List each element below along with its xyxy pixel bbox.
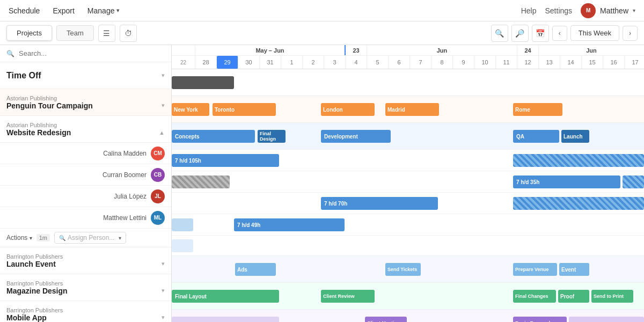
julia-grid-row: 7 h/d 70h <box>172 193 644 214</box>
date-10: 10 <box>474 56 496 69</box>
date-12: 12 <box>517 56 539 69</box>
date-header: May – Jun 23 Jun 24 Jun 22 28 29 30 31 1 <box>172 45 644 69</box>
date-7: 7 <box>410 56 431 69</box>
zoom-out-icon[interactable]: 🔎 <box>511 25 529 42</box>
avatar-calina: CM <box>151 147 165 160</box>
bar-launch: Launch <box>561 130 589 143</box>
date-31: 31 <box>260 56 281 69</box>
date-29-today: 29 <box>217 56 238 69</box>
week24-label: 24 <box>517 45 539 55</box>
bar-client-review: Client Review <box>321 290 375 303</box>
toolbar-right: 🔍 🔎 📅 ‹ This Week › <box>491 25 638 42</box>
date-30: 30 <box>238 56 260 69</box>
mag-name: Magazine Design <box>6 287 68 295</box>
avatar-julia: JL <box>151 189 165 203</box>
date-22: 22 <box>172 56 195 69</box>
user-menu[interactable]: M Matthew ▾ <box>581 3 635 18</box>
sidebar-website: Astorian Publishing Website Redesign ▲ <box>0 116 171 143</box>
chevron-down-icon: ▾ <box>116 7 120 14</box>
bar-final-layout: Final Layout <box>172 290 279 303</box>
bar-toronto: Toronto <box>213 103 276 116</box>
date-11: 11 <box>496 56 517 69</box>
collapse-time-off[interactable]: ▾ <box>162 72 165 79</box>
penguin-name: Penguin Tour Campaign <box>6 101 93 110</box>
mag-company: Barrington Publishers <box>6 280 165 287</box>
duration-badge: 1m <box>36 234 50 241</box>
nav-schedule[interactable]: Schedule <box>9 6 40 15</box>
matthew-l-grid-row: 7 h/d 49h <box>172 214 644 236</box>
filter-icon[interactable]: ☰ <box>98 25 115 42</box>
bar-new-york: New York <box>172 103 209 116</box>
website-name: Website Redesign <box>6 128 71 137</box>
date-5: 5 <box>367 56 389 69</box>
collapse-launch[interactable]: ▾ <box>162 260 165 267</box>
nav-manage[interactable]: Manage ▾ <box>87 6 120 15</box>
bar-calina-1: 7 h/d 105h <box>172 154 279 167</box>
person-julia: Julia López JL <box>0 186 171 207</box>
launch-grid-row: Ads Send Tickets Prepare Venue Event <box>172 256 644 283</box>
collapse-mobile[interactable]: ▾ <box>162 314 165 321</box>
calendar-icon[interactable]: 📅 <box>532 25 549 42</box>
tab-team[interactable]: Team <box>56 25 94 41</box>
main-area: 🔍 Time Off ▾ Astorian Publishing Penguin… <box>0 45 644 322</box>
date-2: 2 <box>303 56 324 69</box>
launch-company: Barrington Publishers <box>6 253 165 260</box>
dates-row: 22 28 29 30 31 1 2 3 4 5 6 7 8 9 10 11 1 <box>172 56 644 69</box>
chevron-down-icon: ▾ <box>633 8 635 13</box>
search-input[interactable] <box>19 49 165 57</box>
bar-mobile-rest <box>569 317 644 322</box>
bar-qa: QA <box>513 130 559 143</box>
month-may-jun: May – Jun <box>195 45 346 55</box>
nav-settings[interactable]: Settings <box>545 6 572 15</box>
bar-event: Event <box>559 263 589 276</box>
bar-prepare-venue: Prepare Venue <box>513 263 557 276</box>
bar-concepts: Concepts <box>172 130 255 143</box>
actions-button[interactable]: Actions ▾ <box>6 234 32 241</box>
bar-madrid: Madrid <box>385 103 439 116</box>
bar-curran-2: 7 h/d 35h <box>513 175 620 188</box>
nav-help[interactable]: Help <box>521 6 537 15</box>
date-16: 16 <box>603 56 625 69</box>
collapse-mag[interactable]: ▾ <box>162 287 165 294</box>
user-name: Matthew <box>600 6 628 15</box>
collapse-penguin[interactable]: ▾ <box>162 102 165 109</box>
avatar-curran: CB <box>151 168 165 182</box>
search-icon: 🔍 <box>6 50 14 57</box>
tab-projects[interactable]: Projects <box>6 25 52 41</box>
collapse-website[interactable]: ▲ <box>159 129 165 136</box>
this-week-button[interactable]: This Week <box>570 25 619 41</box>
search-bar: 🔍 <box>0 45 171 62</box>
time-off-grid-row <box>172 69 644 96</box>
prev-week-button[interactable]: ‹ <box>552 26 567 41</box>
schedule-grid: May – Jun 23 Jun 24 Jun 22 28 29 30 31 1 <box>172 45 644 322</box>
date-28: 28 <box>195 56 217 69</box>
bar-send-to-print: Send to Print <box>591 290 633 303</box>
bar-curran-1 <box>172 175 230 188</box>
website-grid-row: Concepts Final Design Development QA Lau… <box>172 123 644 150</box>
next-week-button[interactable]: › <box>623 26 638 41</box>
nav-export[interactable]: Export <box>53 6 74 15</box>
assign-person-input[interactable]: 🔍 Assign Person... ▾ <box>54 232 126 244</box>
toolbar-left: Projects Team ☰ ⏱ <box>6 25 137 42</box>
date-3: 3 <box>324 56 346 69</box>
date-1: 1 <box>281 56 303 69</box>
bar-matthew-l: 7 h/d 49h <box>234 218 345 231</box>
week-spacer <box>172 45 195 55</box>
clock-icon[interactable]: ⏱ <box>120 25 137 42</box>
launch-name: Launch Event <box>6 260 56 268</box>
penguin-grid-row: New York Toronto London Madrid Rome <box>172 96 644 123</box>
month-jun2: Jun <box>539 45 644 55</box>
toolbar: Projects Team ☰ ⏱ 🔍 🔎 📅 ‹ This Week › <box>0 21 644 45</box>
search-icon[interactable]: 🔍 <box>491 25 508 42</box>
bar-ads: Ads <box>235 263 276 276</box>
magazine-grid-row: Final Layout Client Review Final Changes… <box>172 283 644 310</box>
left-sidebar: 🔍 Time Off ▾ Astorian Publishing Penguin… <box>0 45 172 322</box>
nav-right: Help Settings M Matthew ▾ <box>521 3 635 18</box>
person-calina: Calina Madden CM <box>0 143 171 164</box>
bar-final-changes: Final Changes <box>513 290 556 303</box>
bar-calina-2 <box>513 154 644 167</box>
dropdown-icon[interactable]: ▾ <box>119 235 121 241</box>
top-nav: Schedule Export Manage ▾ Help Settings M… <box>0 0 644 21</box>
month-row: May – Jun 23 Jun 24 Jun <box>172 45 644 56</box>
bar-ml-before <box>172 218 193 231</box>
